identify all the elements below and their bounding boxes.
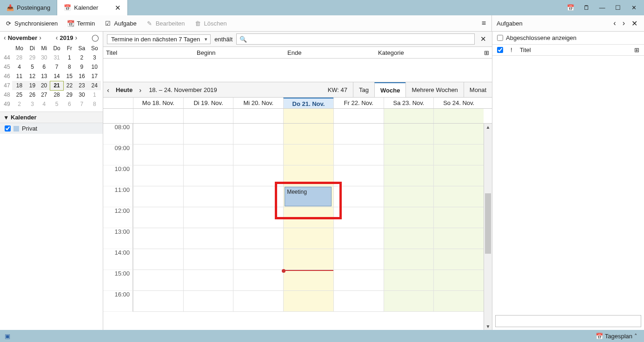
time-slot[interactable]: [133, 249, 183, 270]
time-slot[interactable]: [433, 291, 484, 312]
minical-day[interactable]: 1: [88, 90, 101, 99]
minical-day[interactable]: 6: [38, 62, 50, 72]
time-slot[interactable]: [283, 145, 333, 165]
time-slot[interactable]: [233, 124, 283, 145]
time-slot[interactable]: [433, 124, 484, 145]
time-slot[interactable]: [133, 186, 183, 207]
close-tasks-pane-button[interactable]: ✕: [630, 19, 639, 28]
calendar-visible-checkbox[interactable]: [5, 125, 11, 132]
time-slot[interactable]: [183, 270, 233, 291]
view-tab-multiweek[interactable]: Mehrere Wochen: [405, 82, 463, 97]
view-tab-month[interactable]: Monat: [464, 82, 492, 97]
minical-day[interactable]: 1: [63, 53, 75, 62]
time-slot[interactable]: [283, 124, 333, 145]
time-slot[interactable]: [183, 291, 233, 312]
time-slot[interactable]: [183, 249, 233, 270]
view-tab-week[interactable]: Woche: [374, 82, 405, 97]
time-slot[interactable]: [233, 249, 283, 270]
time-grid[interactable]: 08:0009:0010:0011:00Meeting12:0013:0014:…: [103, 124, 484, 330]
menu-button[interactable]: ≡: [476, 19, 491, 27]
time-slot[interactable]: [183, 228, 233, 249]
time-slot[interactable]: [333, 270, 384, 291]
search-box[interactable]: 🔍: [236, 33, 475, 45]
prev-week-button[interactable]: ‹: [103, 86, 113, 94]
time-slot[interactable]: [384, 249, 434, 270]
time-slot[interactable]: [283, 165, 333, 186]
time-slot[interactable]: [233, 291, 283, 312]
time-slot[interactable]: [283, 228, 333, 249]
time-slot[interactable]: [384, 145, 434, 165]
tasks-quick-icon[interactable]: 🗒: [583, 4, 590, 11]
new-event-button[interactable]: 📆Termin: [62, 15, 100, 31]
time-slot[interactable]: [384, 186, 434, 207]
time-slot[interactable]: [233, 165, 283, 186]
day-header[interactable]: Do 21. Nov.: [283, 98, 333, 108]
col-title[interactable]: Titel: [103, 49, 194, 56]
prev-task-button[interactable]: ‹: [611, 19, 617, 27]
day-header[interactable]: Mi 20. Nov.: [233, 98, 283, 108]
time-slot[interactable]: [433, 207, 484, 228]
time-slot[interactable]: [433, 186, 484, 207]
task-list-options-icon[interactable]: ⊞: [634, 46, 639, 53]
time-slot[interactable]: [283, 249, 333, 270]
minical-day[interactable]: 8: [63, 62, 75, 72]
time-slot[interactable]: [333, 207, 384, 228]
minical-day[interactable]: 18: [12, 81, 27, 90]
time-slot[interactable]: [433, 145, 484, 165]
calendars-section-header[interactable]: ▾ Kalender: [0, 112, 103, 123]
col-begin[interactable]: Beginn: [194, 49, 285, 56]
time-slot[interactable]: [133, 145, 183, 165]
time-slot[interactable]: [233, 186, 283, 207]
time-slot[interactable]: [384, 270, 434, 291]
time-slot[interactable]: [183, 145, 233, 165]
time-slot[interactable]: [433, 165, 484, 186]
time-slot[interactable]: [384, 291, 434, 312]
day-header[interactable]: So 24. Nov.: [433, 98, 484, 108]
col-category[interactable]: Kategorie: [375, 49, 481, 56]
list-options-icon[interactable]: ⊞: [481, 49, 492, 56]
all-day-row[interactable]: [103, 109, 492, 124]
time-slot[interactable]: [333, 249, 384, 270]
minical-day[interactable]: 29: [63, 90, 75, 99]
vertical-scrollbar[interactable]: ▲ ▼: [484, 124, 492, 330]
clear-filter-button[interactable]: ✕: [478, 35, 488, 43]
minical-day[interactable]: 9: [75, 62, 88, 72]
minical-day[interactable]: 15: [63, 72, 75, 81]
minical-day[interactable]: 19: [27, 81, 38, 90]
minical-day[interactable]: 16: [75, 72, 88, 81]
time-slot[interactable]: [133, 270, 183, 291]
minical-day[interactable]: 22: [63, 81, 75, 90]
new-task-input[interactable]: [495, 315, 641, 327]
minical-day[interactable]: 2: [12, 99, 27, 109]
minical-day[interactable]: 3: [27, 99, 38, 109]
day-header[interactable]: Fr 22. Nov.: [333, 98, 384, 108]
close-window-button[interactable]: ✕: [630, 4, 637, 11]
next-month-button[interactable]: ›: [38, 34, 42, 41]
minical-day[interactable]: 5: [50, 99, 64, 109]
time-slot[interactable]: [333, 145, 384, 165]
minical-day[interactable]: 7: [75, 99, 88, 109]
day-header[interactable]: Sa 23. Nov.: [384, 98, 434, 108]
time-slot[interactable]: [384, 124, 434, 145]
show-completed-checkbox[interactable]: [497, 35, 503, 41]
minical-day[interactable]: 17: [88, 72, 101, 81]
time-slot[interactable]: [333, 186, 384, 207]
today-button[interactable]: Heute: [113, 86, 135, 93]
minical-day[interactable]: 31: [50, 53, 64, 62]
scroll-thumb[interactable]: [485, 193, 491, 254]
time-slot[interactable]: [183, 165, 233, 186]
time-slot[interactable]: [333, 291, 384, 312]
time-slot[interactable]: [183, 124, 233, 145]
close-tab-icon[interactable]: ✕: [115, 4, 121, 12]
time-slot[interactable]: [384, 228, 434, 249]
time-slot[interactable]: [283, 291, 333, 312]
today-jump-button[interactable]: ◯: [91, 34, 100, 41]
col-end[interactable]: Ende: [285, 49, 375, 56]
new-task-button[interactable]: ☑Aufgabe: [100, 15, 141, 31]
next-task-button[interactable]: ›: [621, 19, 627, 27]
time-slot[interactable]: [333, 228, 384, 249]
calendar-item-privat[interactable]: Privat: [0, 123, 103, 134]
prev-year-button[interactable]: ‹: [55, 34, 59, 41]
tasks-col-title[interactable]: Titel: [520, 46, 531, 53]
time-slot[interactable]: [384, 165, 434, 186]
